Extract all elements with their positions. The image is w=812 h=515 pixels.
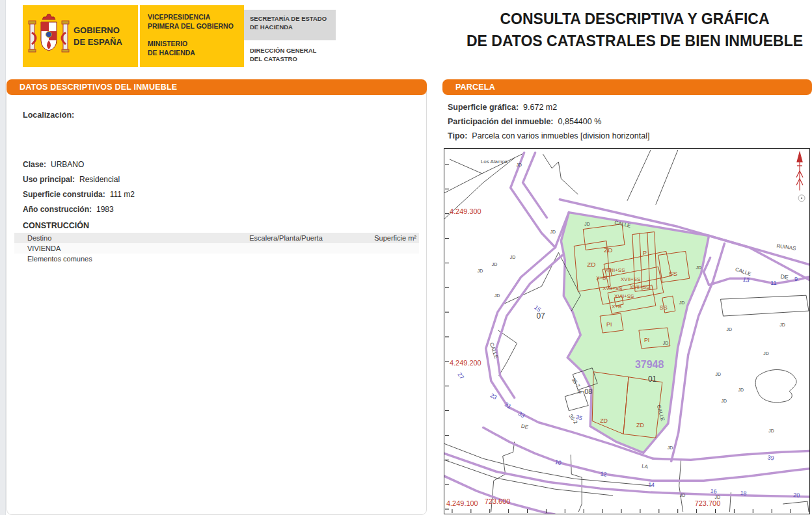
inmueble-fields: Clase:URBANOUso principal:ResidencialSup… [23, 157, 135, 217]
map-label: JD [494, 293, 500, 298]
survey-point-dot [801, 198, 802, 199]
map-label: 4.249.100 [446, 499, 478, 507]
map-label: JD [550, 230, 556, 234]
construccion-table: DestinoEscalera/Planta/PuertaSuperficie … [14, 233, 419, 264]
map-label: JD [680, 493, 686, 497]
map-label: 18 [740, 490, 747, 497]
field-label: Superficie gráfica: [448, 103, 519, 112]
parcela-panel: PARCELA Superficie gráfica:9.672 m2Parti… [442, 79, 812, 515]
ministry-name: MINISTERIO DE HACIENDA [148, 40, 244, 57]
gobierno-espana: GOBIERNO DE ESPAÑA [23, 5, 138, 67]
cadastral-map: 4.249.3004.249.2004.249.100723.600723.70… [444, 148, 810, 514]
map-label: XVII+SS [605, 267, 625, 273]
document-title: CONSULTA DESCRIPTIVA Y GRÁFICA DE DATOS … [457, 8, 812, 52]
ministry-block: VICEPRESIDENCIA PRIMERA DEL GOBIERNO MIN… [140, 5, 244, 67]
parcel-37948-area [561, 213, 709, 453]
map-label: JD [738, 388, 744, 392]
map-label: ZD [604, 246, 612, 254]
field-label: Tipo: [448, 131, 467, 140]
map-label: JD [679, 300, 685, 305]
map-label: ZD [636, 422, 644, 429]
datos-section-header: DATOS DESCRIPTIVOS DEL INMUEBLE [7, 79, 427, 95]
map-label: 4.249.300 [450, 207, 481, 215]
spain-coat-of-arms-icon [28, 13, 70, 60]
map-label: 35-7 [571, 377, 582, 390]
map-label: SS [660, 304, 668, 311]
map-label: XVII+SS [630, 284, 649, 290]
field-row: Superficie construida:111 m2 [23, 187, 135, 202]
field-row: Participación del inmueble:0,854400 % [448, 114, 649, 129]
map-label: JD [663, 341, 669, 345]
map-label: Los Alamos [481, 159, 508, 165]
map-label: 27 [456, 371, 465, 380]
localizacion-label: Localización: [23, 111, 74, 120]
field-row: Tipo:Parcela con varios inmuebles [divis… [448, 129, 649, 143]
field-row: Uso principal:Residencial [23, 172, 135, 187]
parcela-fields: Superficie gráfica:9.672 m2Participación… [448, 100, 649, 143]
map-label: XVII+SS [602, 285, 622, 291]
map-label: 23 [489, 392, 498, 401]
document-title-line1: CONSULTA DESCRIPTIVA Y GRÁFICA [457, 8, 812, 30]
column-header: Superficie m² [362, 233, 419, 243]
map-label: JD [763, 351, 769, 356]
map-label: 39 [767, 454, 774, 461]
map-label: 4.249.200 [450, 359, 481, 367]
table-cell [210, 243, 362, 254]
map-label: Jb [576, 390, 581, 394]
field-row: Clase:URBANO [23, 157, 135, 172]
field-value: Residencial [79, 175, 120, 184]
map-label: JD [779, 323, 785, 327]
map-label: JD [668, 445, 673, 450]
map-label: JD [721, 399, 727, 403]
government-logo-block: GOBIERNO DE ESPAÑA VICEPRESIDENCIA PRIME… [23, 5, 244, 67]
map-label: 01 [648, 375, 657, 384]
map-label: JD [696, 265, 702, 270]
map-label: JD [584, 222, 590, 226]
datos-panel-body [7, 87, 427, 515]
field-row: Superficie gráfica:9.672 m2 [448, 100, 649, 114]
field-label: Superficie construida: [23, 190, 105, 199]
field-label: Participación del inmueble: [448, 117, 554, 126]
map-label: 10 [554, 458, 562, 466]
map-label: RUINAS [776, 243, 796, 252]
field-label: Clase: [23, 160, 46, 169]
map-label: DE [521, 423, 529, 430]
table-cell [362, 254, 419, 264]
map-label: DE [780, 273, 789, 280]
gobierno-name: GOBIERNO DE ESPAÑA [74, 25, 122, 47]
field-label: Uso principal: [23, 175, 75, 184]
document-title-line2: DE DATOS CATASTRALES DE BIEN INMUEBLE [457, 30, 812, 52]
map-label: ZD [587, 261, 595, 268]
parcela-section-header: PARCELA [442, 79, 812, 95]
map-label: PI [644, 337, 649, 343]
map-label: 14 [648, 481, 655, 488]
dept-name: VICEPRESIDENCIA PRIMERA DEL GOBIERNO [148, 13, 244, 31]
map-label: 12 [600, 470, 607, 477]
field-value: 9.672 m2 [523, 103, 557, 112]
map-label: ZD [600, 417, 608, 424]
map-label: LA [642, 463, 649, 469]
construccion-title: CONSTRUCCIÓN [23, 221, 89, 230]
field-value: URBANO [51, 160, 84, 169]
map-label: CALLE [735, 267, 752, 277]
map-label: X+B [596, 275, 606, 281]
table-cell: VIVIENDA [14, 243, 210, 254]
left-margin-strip [0, 0, 6, 515]
map-label: 723.700 [695, 499, 721, 507]
direccion-general-box: DIRECCIÓN GENERAL DEL CATASTRO [244, 47, 336, 69]
map-label: 08 [584, 388, 592, 395]
map-label: 11 [770, 280, 776, 286]
map-label: JD [726, 327, 732, 332]
table-cell [362, 243, 419, 254]
map-label: JD [715, 495, 721, 499]
field-value: Parcela con varios inmuebles [division h… [472, 131, 649, 140]
field-value: 0,854400 % [558, 117, 602, 126]
map-label: 16 [710, 488, 717, 495]
table-cell [210, 254, 362, 264]
field-value: 111 m2 [110, 190, 135, 199]
map-label: 9 [794, 276, 798, 282]
map-label: XVII+SS [614, 293, 634, 299]
map-label: JD [716, 372, 722, 376]
map-label: JD [492, 262, 498, 267]
column-header: Destino [14, 233, 210, 243]
